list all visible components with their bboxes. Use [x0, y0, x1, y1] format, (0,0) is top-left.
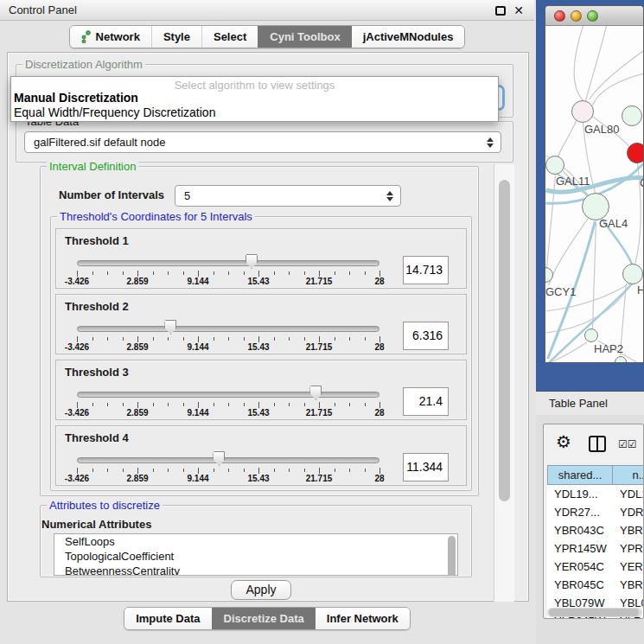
float-window-icon[interactable] [495, 6, 506, 16]
network-node[interactable] [571, 100, 594, 123]
table-cell[interactable]: YBR0 [613, 576, 644, 594]
apply-button[interactable]: Apply [231, 580, 291, 600]
network-node-label: C [640, 176, 644, 189]
table-cell[interactable]: YDR2 [613, 503, 644, 521]
number-of-intervals-combobox[interactable]: 5 [175, 185, 401, 207]
spinner-icon [487, 137, 494, 148]
table-cell[interactable]: YER0 [613, 558, 644, 576]
tab-select[interactable]: Select [201, 26, 258, 48]
threshold-value-field[interactable]: 14.713 [403, 256, 449, 284]
attributes-list[interactable]: SelfLoops TopologicalCoefficient Between… [54, 533, 458, 576]
algorithm-popup: Select algorithm to view settings Manual… [10, 76, 499, 122]
slider-scale-label: 9.144 [187, 474, 208, 483]
column-header[interactable]: shared... [547, 465, 613, 485]
table-cell[interactable]: YDR27... [547, 503, 613, 521]
tab-discretize-data[interactable]: Discretize Data [212, 608, 316, 629]
group-title: Interval Definition [47, 160, 138, 173]
list-item[interactable]: SelfLoops [54, 534, 457, 549]
table-row[interactable]: YPR145WYPR1 [547, 539, 644, 558]
tab-label: Discretize Data [224, 611, 304, 626]
minimize-traffic-icon[interactable] [571, 10, 582, 22]
tab-impute-data[interactable]: Impute Data [124, 608, 211, 629]
table-panel-inner: ⚙ ☑☑ shared... n... YDL19...YDL1YDR27...… [543, 424, 644, 619]
slider-scale-label: 28 [374, 474, 384, 483]
zoom-traffic-icon[interactable] [587, 10, 598, 22]
spinner-icon [386, 191, 393, 201]
network-window: GAL80GCGAL11GAL4GCY1HHAP2 [545, 5, 644, 363]
tab-label: Style [163, 29, 190, 44]
slider-scale-label: -3.426 [65, 474, 89, 483]
close-icon[interactable]: ✕ [513, 2, 524, 19]
table-h-scrollbar[interactable] [547, 608, 642, 617]
threshold-3-panel: Threshold 3 -3.4262.8599.14415.4321.7152… [55, 360, 467, 420]
table-row[interactable]: YDR27...YDR2 [547, 503, 644, 521]
panel-scrollbar[interactable] [494, 164, 514, 602]
tab-cyni-toolbox[interactable]: Cyni Toolbox [258, 26, 351, 48]
numerical-attributes-label: Numerical Attributes [41, 518, 151, 531]
table-cell[interactable]: YDL19... [547, 485, 613, 503]
table-cell[interactable]: YDL1 [613, 485, 644, 503]
table-row[interactable]: YDL19...YDL1 [547, 485, 644, 503]
select-columns-icon[interactable]: ☑☑ [618, 438, 637, 450]
popup-item-equal-width[interactable]: Equal Width/Frequency Discretization [11, 105, 498, 120]
popup-hint: Select algorithm to view settings [11, 77, 498, 91]
threshold-value-field[interactable]: 6.316 [403, 322, 449, 350]
group-title: Threshold's Coordinates for 5 Intervals [57, 210, 255, 223]
threshold-1-panel: Threshold 1 -3.4262.8599.14415.4321.7152… [55, 228, 467, 289]
panel-title: Control Panel [9, 0, 77, 21]
threshold-2-panel: Threshold 2 -3.4262.8599.14415.4321.7152… [55, 294, 467, 354]
column-header[interactable]: n... [613, 465, 644, 485]
tab-infer-network[interactable]: Infer Network [316, 608, 410, 629]
network-node-label: GAL11 [556, 175, 590, 188]
close-traffic-icon[interactable] [554, 10, 565, 22]
slider-scale-label: 15.43 [247, 277, 269, 286]
gear-icon[interactable]: ⚙ [556, 431, 571, 452]
network-node[interactable] [622, 105, 642, 126]
slider-scale-label: -3.426 [65, 342, 89, 352]
scrollbar-thumb[interactable] [549, 609, 639, 616]
network-node-label: H [637, 284, 644, 296]
table-cell[interactable]: YBR045C [547, 576, 613, 594]
table-row[interactable]: YBR045CYBR0 [547, 576, 644, 594]
network-node[interactable] [545, 156, 564, 175]
slider-scale-label: 21.715 [306, 342, 333, 352]
popup-item-manual[interactable]: Manual Discretization [11, 91, 498, 105]
network-node-label: GAL80 [584, 123, 619, 136]
group-title: Discretization Algorithm [22, 58, 145, 71]
list-scrollbar[interactable] [448, 536, 456, 576]
slider-scale-label: 9.144 [187, 408, 208, 418]
tab-style[interactable]: Style [151, 26, 201, 48]
table-cell[interactable]: YPR145W [547, 539, 613, 558]
list-item[interactable]: TopologicalCoefficient [54, 549, 457, 564]
table-panel-title: Table Panel [549, 392, 608, 416]
table-cell[interactable]: YPR1 [613, 539, 644, 558]
network-node[interactable] [622, 264, 643, 284]
table-cell[interactable]: YER054C [547, 558, 613, 576]
tab-label: Select [214, 29, 246, 44]
scrollbar-thumb[interactable] [499, 180, 510, 501]
control-panel: Control Panel ✕ Network Style Select [0, 0, 534, 644]
network-node[interactable] [615, 356, 627, 363]
tab-network[interactable]: Network [70, 26, 151, 48]
column-browser-icon[interactable] [589, 436, 606, 452]
network-canvas[interactable]: GAL80GCGAL11GAL4GCY1HHAP2 [545, 26, 644, 363]
tab-jactivemnodules[interactable]: jActiveMNodules [352, 26, 465, 48]
table-row[interactable]: YBR043CYBR0 [547, 521, 644, 539]
control-panel-titlebar: Control Panel ✕ [0, 0, 534, 21]
threshold-value-field[interactable]: 11.344 [403, 453, 449, 481]
table-data-combobox[interactable]: galFiltered.sif default node [24, 131, 501, 153]
slider-scale-label: 15.43 [247, 342, 269, 352]
table-row[interactable]: YER054CYER0 [547, 558, 644, 576]
table-panel-body: ⚙ ☑☑ shared... n... YDL19...YDL1YDR27...… [536, 415, 644, 644]
network-node[interactable] [584, 328, 598, 342]
threshold-value-field[interactable]: 21.4 [403, 387, 449, 416]
slider-scale-label: -3.426 [65, 277, 89, 286]
slider-scale-label: 21.715 [306, 474, 333, 483]
tab-label: jActiveMNodules [363, 29, 454, 44]
network-node-label: GCY1 [545, 285, 576, 298]
list-item[interactable]: BetweennessCentrality [54, 564, 457, 576]
table-cell[interactable]: YBR0 [613, 521, 644, 539]
network-node[interactable] [627, 143, 644, 163]
slider-scale-label: 28 [374, 342, 384, 352]
table-cell[interactable]: YBR043C [547, 521, 613, 539]
